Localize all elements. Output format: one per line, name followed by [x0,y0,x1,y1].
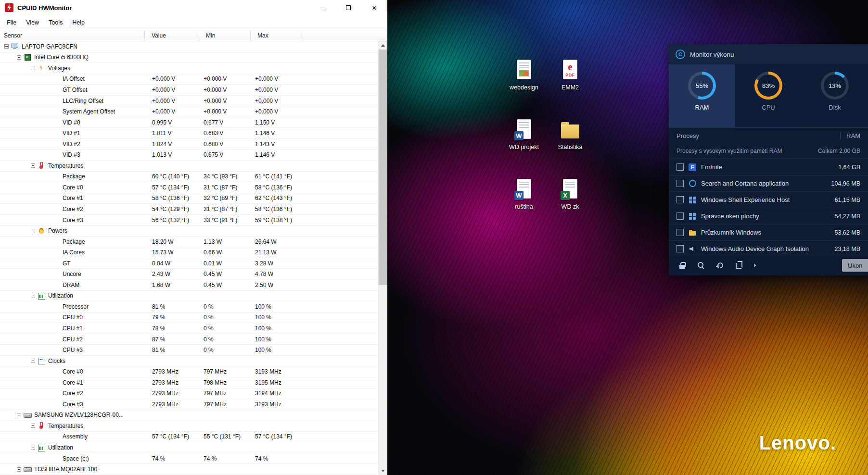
expander-icon[interactable] [31,294,35,298]
expander-icon[interactable] [31,446,35,450]
tree-row[interactable]: Assembly57 °C (134 °F)55 °C (131 °F)57 °… [0,432,378,443]
menu-view[interactable]: View [21,18,44,27]
tree-row[interactable]: GT Offset+0.000 V+0.000 V+0.000 V [0,85,378,96]
tree-row[interactable]: IA Cores15.73 W0.66 W21.13 W [0,247,378,258]
process-row[interactable]: Search and Cortana application104,96 MB [669,175,868,191]
process-checkbox[interactable] [677,196,684,203]
process-checkbox[interactable] [677,212,684,220]
tree-row[interactable]: System Agent Offset+0.000 V+0.000 V+0.00… [0,106,378,117]
tree-row[interactable]: LLC/Ring Offset+0.000 V+0.000 V+0.000 V [0,96,378,107]
tree-row[interactable]: VID #11.011 V0.683 V1.146 V [0,128,378,139]
search-icon[interactable] [698,262,705,269]
tree-row[interactable]: Intel Core i5 6300HQ [0,52,378,63]
tree-indent [0,79,63,79]
column-header-filler [303,30,387,41]
desktop-icon-statistika[interactable]: Statistika [547,118,593,178]
scrollbar-thumb[interactable] [379,50,387,285]
tree-row[interactable]: Space (c:)74 %74 %74 % [0,453,378,464]
tree-row[interactable]: Core #057 °C (134 °F)31 °C (87 °F)58 °C … [0,182,378,193]
tree-row[interactable]: Temperatures [0,421,378,432]
scrollbar[interactable] [378,41,387,475]
process-row[interactable]: Správce oken plochy54,27 MB [669,208,868,224]
tree-row[interactable]: Package60 °C (140 °F)34 °C (93 °F)61 °C … [0,172,378,183]
column-header-min[interactable]: Min [199,30,251,41]
tree-row[interactable]: Core #254 °C (129 °F)31 °C (87 °F)58 °C … [0,204,378,215]
process-checkbox[interactable] [677,245,684,252]
scroll-down-button[interactable] [379,467,387,475]
processes-sort-label[interactable]: RAM [840,132,860,139]
expander-icon[interactable] [31,359,35,363]
process-checkbox[interactable] [677,180,684,187]
tree-row[interactable]: Core #356 °C (132 °F)33 °C (91 °F)59 °C … [0,215,378,226]
process-row[interactable]: Windows Audio Device Graph Isolation23,1… [669,240,868,255]
tree-row[interactable]: CPU #079 %0 %100 % [0,312,378,324]
menu-tools[interactable]: Tools [44,18,67,27]
desktop-icon-wd-zk[interactable]: XWD zk [547,178,593,238]
tree-row[interactable]: TOSHIBA MQ02ABF100 [0,464,378,475]
expander-icon[interactable] [31,66,35,70]
sensor-label: LLC/Ring Offset [63,98,103,104]
tree-row[interactable]: Clocks [0,356,378,367]
caret-right-icon[interactable] [754,263,756,267]
tree-row[interactable]: Package18.20 W1.13 W26.64 W [0,237,378,248]
tree-row[interactable]: Voltages [0,63,378,74]
crop-icon[interactable] [736,263,741,269]
tree-row[interactable]: VID #31.013 V0.675 V1.146 V [0,150,378,161]
tree-row[interactable]: CPU #178 %0 %100 % [0,323,378,334]
process-row[interactable]: FFortnite1,64 GB [669,159,868,175]
tree-row[interactable]: CPU #287 %0 %100 % [0,334,378,345]
end-task-button[interactable]: Ukon [842,259,868,272]
tree-indent [0,198,63,199]
gauge-tab-ram[interactable]: 55%RAM [669,64,735,127]
expander-icon[interactable] [4,44,9,49]
tree-row[interactable]: Processor81 %0 %100 % [0,301,378,312]
tree-row[interactable]: Utilization [0,291,378,302]
column-header-max[interactable]: Max [251,30,303,41]
gauge-tab-cpu[interactable]: 83%CPU [735,64,802,127]
expander-icon[interactable] [31,163,35,168]
process-row[interactable]: Průzkumník Windows53,62 MB [669,224,868,240]
desktop-icon-ru-tina[interactable]: Wruština [501,178,547,238]
title-bar[interactable]: CPUID HWMonitor × [0,0,387,15]
tree-row[interactable]: SAMSUNG MZVLV128HCGR-00... [0,410,378,421]
lock-icon[interactable] [679,262,685,269]
undo-icon[interactable] [716,262,725,270]
maximize-button[interactable] [335,0,361,15]
expander-icon[interactable] [31,229,35,233]
desktop-icon-wd-projekt[interactable]: WWD projekt [501,118,547,178]
tree-row[interactable]: CPU #381 %0 %100 % [0,345,378,356]
tree-row[interactable]: Core #02793 MHz797 MHz3193 MHz [0,366,378,377]
column-header-sensor[interactable]: Sensor [0,30,145,41]
desktop-icon-emm2[interactable]: ePDFEMM2 [547,59,593,118]
tree-row[interactable]: GT0.04 W0.01 W3.28 W [0,258,378,269]
tree-row[interactable]: IA Offset+0.000 V+0.000 V+0.000 V [0,74,378,85]
close-button[interactable]: × [361,0,387,15]
tree-row[interactable]: Utilization [0,442,378,453]
tree-row[interactable]: DRAM1.68 W0.45 W2.50 W [0,280,378,291]
tree-row[interactable]: Core #12793 MHz798 MHz3195 MHz [0,377,378,388]
tree-row[interactable]: Core #22793 MHz797 MHz3194 MHz [0,388,378,400]
process-checkbox[interactable] [677,163,684,171]
tree-row[interactable]: Uncore2.43 W0.45 W4.78 W [0,269,378,280]
expander-icon[interactable] [17,467,21,472]
process-row[interactable]: Windows Shell Experience Host61,15 MB [669,191,868,208]
tree-row[interactable]: Temperatures [0,161,378,172]
expander-icon[interactable] [31,424,35,428]
tree-row[interactable]: Powers [0,225,378,237]
tree-row[interactable]: LAPTOP-GAFC9CFN [0,41,378,52]
panel-header[interactable]: C Monitor výkonu [669,44,868,64]
scroll-up-button[interactable] [379,41,387,50]
menu-file[interactable]: File [2,18,21,27]
tree-row[interactable]: Core #32793 MHz797 MHz3193 MHz [0,399,378,410]
tree-row[interactable]: VID #21.024 V0.680 V1.143 V [0,139,378,150]
tree-row[interactable]: VID #00.995 V0.677 V1.150 V [0,117,378,128]
menu-help[interactable]: Help [67,18,89,27]
expander-icon[interactable] [17,55,21,60]
process-checkbox[interactable] [677,229,684,236]
expander-icon[interactable] [17,413,21,417]
gauge-tab-disk[interactable]: 13%Disk [802,64,868,127]
desktop-icon-webdesign[interactable]: webdesign [501,59,547,118]
column-header-value[interactable]: Value [145,30,199,41]
tree-row[interactable]: Core #158 °C (136 °F)32 °C (89 °F)62 °C … [0,193,378,204]
minimize-button[interactable] [309,0,335,15]
